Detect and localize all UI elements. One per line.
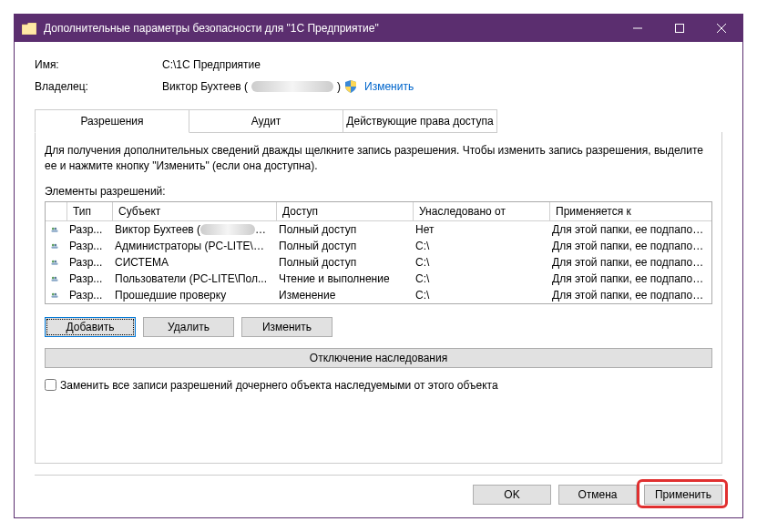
- ok-button[interactable]: OK: [473, 485, 551, 505]
- titlebar[interactable]: Дополнительные параметры безопасности дл…: [15, 15, 742, 42]
- cancel-button[interactable]: Отмена: [558, 485, 637, 505]
- cell-subject: Администраторы (PC-LITE\А...: [109, 239, 273, 253]
- security-dialog: Дополнительные параметры безопасности дл…: [14, 14, 743, 518]
- cell-type: Разр...: [64, 271, 109, 286]
- owner-label: Владелец:: [35, 80, 162, 93]
- tabs: Разрешения Аудит Действующие права досту…: [35, 109, 722, 133]
- group-icon: [46, 239, 64, 253]
- svg-rect-15: [51, 279, 57, 281]
- svg-point-14: [55, 276, 57, 279]
- col-access[interactable]: Доступ: [277, 202, 414, 220]
- window-controls: [617, 15, 742, 42]
- cell-access: Полный доступ: [273, 222, 410, 237]
- tab-permissions[interactable]: Разрешения: [35, 109, 189, 133]
- shield-icon: [344, 80, 357, 93]
- cell-subject: Прошедшие проверку: [109, 288, 273, 302]
- cell-applies: Для этой папки, ее подпапок ...: [547, 271, 711, 286]
- cell-type: Разр...: [64, 288, 109, 302]
- tab-audit[interactable]: Аудит: [189, 109, 343, 133]
- replace-check-label: Заменить все записи разрешений дочернего…: [60, 379, 498, 392]
- permissions-panel: Для получения дополнительных сведений дв…: [35, 132, 722, 464]
- cell-inherited: C:\: [410, 239, 547, 253]
- cell-access: Чтение и выполнение: [273, 271, 410, 286]
- name-value: C:\1C Предприятие: [162, 58, 261, 71]
- name-row: Имя: C:\1C Предприятие: [35, 58, 722, 71]
- replace-checkbox[interactable]: [45, 379, 56, 391]
- cell-subject: Виктор Бухтеев ()...: [109, 222, 273, 237]
- group-icon: [46, 288, 64, 302]
- close-button[interactable]: [701, 15, 742, 42]
- cell-access: Изменение: [273, 288, 410, 302]
- table-header: Тип Субъект Доступ Унаследовано от Приме…: [46, 202, 711, 221]
- cell-inherited: C:\: [410, 255, 547, 270]
- cell-inherited: C:\: [410, 288, 547, 302]
- cell-subject: Пользователи (PC-LITE\Пол...: [109, 271, 273, 286]
- group-icon: [46, 255, 64, 270]
- owner-value: Виктор Бухтеев ( ) Изменить: [162, 80, 414, 93]
- remove-button[interactable]: Удалить: [143, 317, 234, 337]
- cell-access: Полный доступ: [273, 239, 410, 253]
- svg-point-16: [52, 292, 55, 295]
- cell-inherited: C:\: [410, 271, 547, 286]
- svg-rect-18: [51, 295, 57, 297]
- svg-rect-12: [51, 262, 57, 264]
- svg-point-13: [52, 276, 55, 279]
- inherit-row: Отключение наследования: [45, 348, 712, 368]
- col-inherited[interactable]: Унаследовано от: [414, 202, 550, 220]
- svg-rect-6: [51, 230, 57, 231]
- col-icon[interactable]: [46, 202, 67, 220]
- col-type[interactable]: Тип: [67, 202, 113, 220]
- window-title: Дополнительные параметры безопасности дл…: [44, 22, 617, 35]
- owner-row: Владелец: Виктор Бухтеев ( ) Изменить: [35, 80, 722, 93]
- tab-effective[interactable]: Действующие права доступа: [343, 109, 497, 133]
- apply-button[interactable]: Применить: [644, 485, 722, 505]
- disable-inheritance-button[interactable]: Отключение наследования: [45, 348, 712, 368]
- maximize-button[interactable]: [659, 15, 701, 42]
- svg-point-8: [55, 243, 57, 246]
- col-applies[interactable]: Применяется к: [550, 202, 711, 220]
- table-body: Разр...Виктор Бухтеев ()...Полный доступ…: [46, 221, 711, 303]
- cell-applies: Для этой папки, ее подпапок ...: [547, 239, 711, 253]
- table-row[interactable]: Разр...Пользователи (PC-LITE\Пол...Чтени…: [46, 271, 711, 287]
- cell-applies: Для этой папки, ее подпапок ...: [547, 288, 711, 302]
- svg-point-17: [55, 292, 57, 295]
- group-icon: [46, 271, 64, 286]
- cell-applies: Для этой папки, ее подпапок ...: [547, 222, 711, 237]
- svg-rect-1: [676, 25, 684, 33]
- svg-point-4: [52, 227, 55, 230]
- svg-point-5: [55, 227, 57, 230]
- table-row[interactable]: Разр...Виктор Бухтеев ()...Полный доступ…: [46, 221, 711, 238]
- cell-inherited: Нет: [410, 222, 547, 237]
- svg-rect-9: [51, 246, 57, 248]
- edit-button[interactable]: Изменить: [241, 317, 332, 337]
- permissions-table: Тип Субъект Доступ Унаследовано от Приме…: [45, 201, 712, 304]
- table-row[interactable]: Разр...Прошедшие проверкуИзменениеC:\Для…: [46, 287, 711, 303]
- group-icon: [46, 222, 64, 237]
- svg-point-11: [55, 260, 57, 262]
- cell-access: Полный доступ: [273, 255, 410, 270]
- cell-applies: Для этой папки, ее подпапок ...: [547, 255, 711, 270]
- name-label: Имя:: [35, 58, 162, 71]
- bottom-bar: OK Отмена Применить: [35, 475, 722, 505]
- cell-type: Разр...: [64, 239, 109, 253]
- add-button[interactable]: Добавить: [45, 317, 136, 337]
- minimize-button[interactable]: [617, 15, 659, 42]
- svg-point-7: [52, 243, 55, 246]
- cell-type: Разр...: [64, 222, 109, 237]
- cell-type: Разр...: [64, 255, 109, 270]
- table-label: Элементы разрешений:: [45, 185, 712, 198]
- hint-text: Для получения дополнительных сведений дв…: [45, 143, 712, 174]
- table-row[interactable]: Разр...СИСТЕМАПолный доступC:\Для этой п…: [46, 254, 711, 271]
- action-buttons: Добавить Удалить Изменить: [45, 317, 712, 337]
- table-row[interactable]: Разр...Администраторы (PC-LITE\А...Полны…: [46, 238, 711, 254]
- svg-point-10: [52, 260, 55, 262]
- col-subject[interactable]: Субъект: [113, 202, 277, 220]
- folder-icon: [22, 23, 36, 35]
- cell-subject: СИСТЕМА: [109, 255, 273, 270]
- owner-redacted: [251, 81, 333, 92]
- replace-check-row[interactable]: Заменить все записи разрешений дочернего…: [45, 379, 712, 392]
- dialog-content: Имя: C:\1C Предприятие Владелец: Виктор …: [15, 42, 742, 517]
- change-owner-link[interactable]: Изменить: [364, 80, 414, 93]
